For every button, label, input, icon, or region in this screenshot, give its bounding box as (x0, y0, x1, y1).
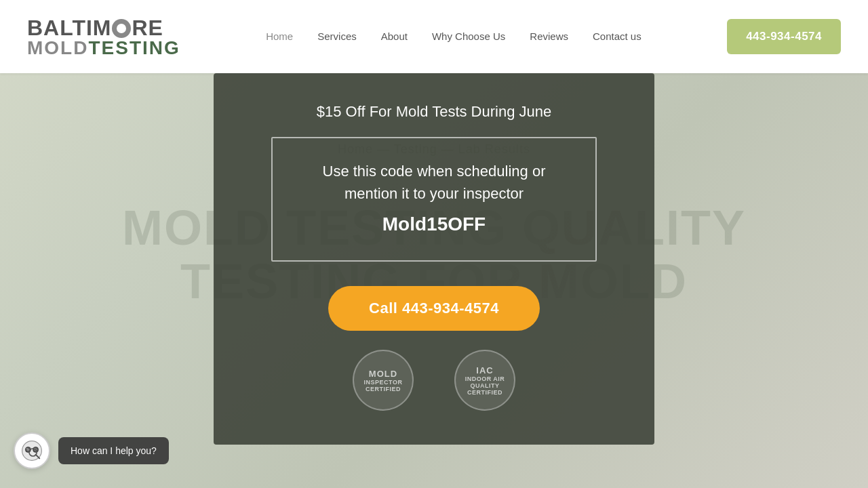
logo-bottom: MOLDTESTING (27, 39, 180, 58)
chatbot-message-bubble: How can I help you? (58, 437, 169, 464)
promo-code-box: Use this code when scheduling ormention … (271, 137, 597, 262)
nav-item-reviews[interactable]: Reviews (530, 30, 568, 43)
chatbot-icon-svg (21, 440, 43, 462)
chatbot-icon-button[interactable] (14, 432, 50, 469)
nav-link-reviews[interactable]: Reviews (530, 30, 568, 42)
chatbot-widget: How can I help you? (14, 432, 169, 469)
nav-links: Home Services About Why Choose Us Review… (266, 30, 642, 43)
promo-modal: $15 Off For Mold Tests During June Use t… (214, 73, 654, 445)
badge-iac: IAC INDOOR AIR QUALITY CERTIFIED (454, 350, 515, 411)
nav-item-home[interactable]: Home (266, 30, 293, 43)
logo-mold: MOLD (27, 37, 88, 58)
badge-mold-inspector: MOLD INSPECTOR CERTIFIED (353, 350, 414, 411)
nav-item-why-choose-us[interactable]: Why Choose Us (432, 30, 505, 43)
nav-link-about[interactable]: About (381, 30, 408, 42)
nav-link-why-choose-us[interactable]: Why Choose Us (432, 30, 505, 42)
nav-phone-button[interactable]: 443-934-4574 (727, 19, 841, 54)
nav-link-services[interactable]: Services (317, 30, 357, 42)
logo-icon (112, 19, 131, 38)
svg-point-5 (26, 448, 28, 449)
logo-top: BALTIMRE (27, 16, 180, 39)
nav-item-contact[interactable]: Contact us (593, 30, 642, 43)
promo-title: $15 Off For Mold Tests During June (317, 103, 551, 121)
nav-item-services[interactable]: Services (317, 30, 357, 43)
navbar: BALTIMRE MOLDTESTING Home Services About… (0, 0, 868, 73)
call-button[interactable]: Call 443-934-4574 (328, 286, 540, 331)
promo-code-text: Use this code when scheduling ormention … (305, 160, 563, 239)
nav-link-contact[interactable]: Contact us (593, 30, 642, 42)
logo-testing: TESTING (88, 37, 180, 58)
promo-code: Mold15OFF (305, 210, 563, 239)
nav-link-home[interactable]: Home (266, 30, 293, 42)
badge-area: MOLD INSPECTOR CERTIFIED IAC INDOOR AIR … (353, 350, 515, 411)
nav-item-about[interactable]: About (381, 30, 408, 43)
logo: BALTIMRE MOLDTESTING (27, 16, 180, 58)
